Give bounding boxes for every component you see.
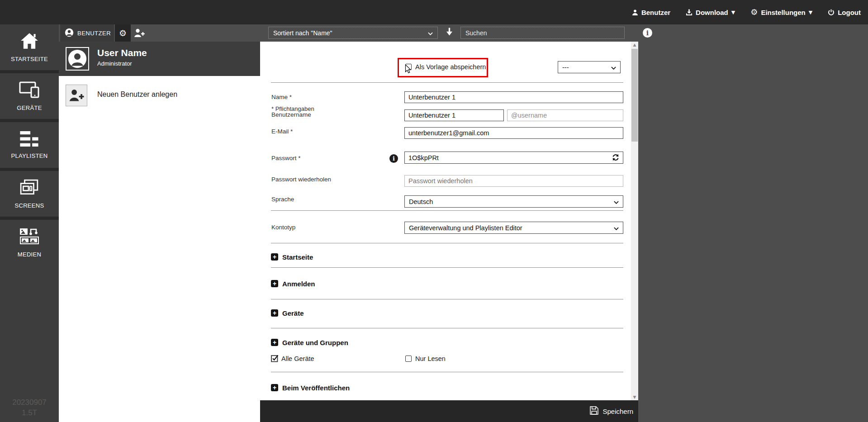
password-info-icon[interactable]: i [389, 154, 398, 163]
sidebar-item-label: SCREENS [15, 202, 44, 209]
sort-direction-button[interactable] [446, 28, 453, 38]
expand-plus-icon: + [271, 253, 278, 261]
version-number: 1.5T [0, 408, 59, 418]
gear-icon: ⚙ [119, 29, 127, 38]
account-type-select-value: Geräteverwaltung und Playlisten Editor [409, 224, 522, 232]
section-beim-veroeffentlichen[interactable]: + Beim Veröffentlichen [271, 384, 350, 392]
user-list-item[interactable]: User Name Administrator [59, 42, 260, 76]
section-label: Startseite [282, 253, 313, 261]
expand-plus-icon: + [271, 384, 278, 391]
all-devices-checkbox[interactable] [271, 354, 279, 364]
topbar-benutzer-label: Benutzer [641, 9, 670, 16]
tab-benutzer[interactable]: BENUTZER [60, 24, 114, 42]
divider [271, 372, 623, 372]
version-info: 20230907 1.5T [0, 398, 59, 418]
password-label: Passwort * [271, 155, 301, 161]
divider [271, 82, 623, 83]
topbar-logout[interactable]: Logout [828, 9, 861, 16]
sidebar-item-geraete[interactable]: GERÄTE [0, 73, 59, 119]
username-handle-field[interactable] [507, 109, 623, 121]
user-role: Administrator [97, 60, 132, 67]
save-bar[interactable]: Speichern [260, 400, 638, 422]
tab-benutzer-label: BENUTZER [77, 30, 111, 37]
password-repeat-field[interactable] [404, 175, 623, 187]
username-field[interactable] [404, 109, 504, 121]
sidebar-item-label: MEDIEN [18, 251, 41, 258]
sidebar-item-playlisten[interactable]: PLAYLISTEN [0, 122, 59, 168]
add-user-icon [66, 85, 87, 106]
toolbar: Sortiert nach "Name" i [260, 24, 868, 42]
chevron-down-icon [428, 29, 433, 37]
avatar [66, 47, 89, 71]
expand-plus-icon: + [271, 339, 278, 346]
chevron-down-icon: ▼ [809, 10, 812, 15]
section-label: Geräte und Gruppen [282, 339, 348, 346]
scrollbar-thumb[interactable] [631, 49, 638, 142]
topbar-download-label: Download [696, 9, 728, 16]
email-field[interactable] [404, 127, 623, 139]
sidebar-item-startseite[interactable]: STARTSEITE [0, 24, 59, 70]
new-user-list-item[interactable]: Neuen Benutzer anlegen [59, 81, 260, 110]
topbar-download[interactable]: Download ▼ [686, 9, 735, 16]
account-type-label: Kontotyp [271, 224, 295, 231]
chevron-down-icon: ▼ [731, 10, 735, 15]
sidebar: STARTSEITE GERÄTE PLAYLISTEN SCREENS MED… [0, 24, 59, 422]
sidebar-item-screens[interactable]: SCREENS [0, 171, 59, 217]
home-icon [20, 33, 39, 52]
user-name: User Name [97, 47, 147, 58]
password-field-wrap [404, 152, 623, 164]
language-select-value: Deutsch [409, 198, 433, 205]
section-label: Beim Veröffentlichen [282, 384, 350, 392]
refresh-password-icon[interactable] [612, 154, 619, 163]
chevron-down-icon [611, 64, 616, 71]
users-tab-bar: BENUTZER ⚙ [59, 24, 260, 42]
scroll-up-arrow[interactable]: ▲ [631, 43, 638, 47]
form-scrollbar[interactable]: ▲ ▼ [631, 42, 638, 400]
gear-icon: ⚙ [750, 8, 758, 16]
save-icon [590, 406, 598, 417]
section-geraete-und-gruppen[interactable]: + Geräte und Gruppen [271, 338, 348, 346]
section-startseite[interactable]: + Startseite [271, 253, 313, 261]
divider [271, 267, 623, 268]
search-input[interactable] [460, 27, 625, 39]
info-icon[interactable]: i [643, 28, 652, 38]
language-select[interactable]: Deutsch [404, 195, 623, 208]
divider [271, 210, 623, 211]
section-anmelden[interactable]: + Anmelden [271, 280, 315, 288]
sidebar-filler: 20230907 1.5T [0, 269, 59, 422]
add-user-button[interactable] [134, 24, 145, 42]
topbar-einstellungen[interactable]: ⚙ Einstellungen ▼ [750, 8, 812, 16]
section-label: Geräte [282, 309, 304, 317]
password-repeat-label: Passwort wiederholen [271, 176, 331, 183]
user-circle-icon [65, 28, 74, 38]
user-icon [632, 9, 638, 16]
sort-select[interactable]: Sortiert nach "Name" [268, 27, 438, 39]
all-devices-label: Alle Geräte [281, 355, 314, 362]
chevron-down-icon [614, 198, 619, 205]
divider [271, 328, 623, 328]
scroll-down-arrow[interactable]: ▼ [631, 395, 638, 399]
expand-plus-icon: + [271, 309, 278, 317]
read-only-checkbox[interactable] [405, 356, 412, 362]
name-label: Name * [271, 94, 292, 100]
read-only-label: Nur Lesen [415, 355, 446, 362]
top-bar: Benutzer Download ▼ ⚙ Einstellungen ▼ Lo… [0, 0, 868, 24]
account-type-select[interactable]: Geräteverwaltung und Playlisten Editor [404, 222, 623, 234]
section-geraete[interactable]: + Geräte [271, 309, 304, 317]
save-as-template-label: Als Vorlage abspeichern [415, 63, 486, 71]
topbar-einstellungen-label: Einstellungen [761, 9, 805, 16]
template-select-value: --- [562, 64, 569, 71]
sidebar-item-label: PLAYLISTEN [11, 152, 48, 159]
sidebar-item-medien[interactable]: MEDIEN [0, 220, 59, 266]
user-form: * Pflichtangaben Als Vorlage abspeichern… [260, 42, 631, 400]
users-panel: BENUTZER ⚙ User Name Administrator Neuen… [59, 24, 260, 422]
topbar-benutzer[interactable]: Benutzer [632, 9, 670, 16]
template-select[interactable]: --- [558, 61, 621, 73]
tab-settings[interactable]: ⚙ [115, 24, 131, 42]
username-label: Benutzername [271, 111, 311, 118]
new-user-label: Neuen Benutzer anlegen [97, 90, 177, 99]
password-field[interactable] [404, 152, 623, 164]
mouse-cursor [405, 64, 411, 76]
name-field[interactable] [404, 91, 623, 103]
chevron-down-icon [614, 224, 619, 232]
